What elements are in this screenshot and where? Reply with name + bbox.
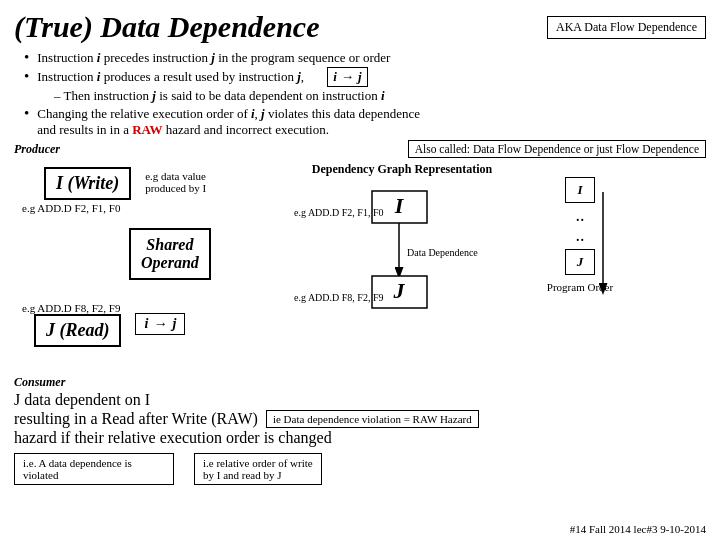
svg-text:e.g ADD.D F8, F2, F9: e.g ADD.D F8, F2, F9	[294, 292, 383, 303]
j-data-dep-text: J data dependent on I	[14, 391, 706, 409]
then-line: – Then instruction j is said to be data …	[54, 88, 706, 104]
eg-data-value-label: e.g data value produced by I	[145, 170, 206, 194]
diagram-area: I (Write) e.g ADD.D F2, F1, F0 e.g data …	[14, 162, 706, 372]
eg-label-2: e.g ADD.D F8, F2, F9	[22, 302, 121, 314]
shared-operand-box: Shared Operand	[69, 218, 284, 280]
consumer-section: Consumer J data dependent on I resulting…	[14, 374, 706, 447]
bullet-dot-2: •	[24, 69, 29, 84]
svg-text:J: J	[393, 278, 406, 303]
svg-text:I: I	[394, 193, 405, 218]
ij-arrow-box: i → j	[135, 313, 185, 335]
bullet-1: • Instruction i precedes instruction j i…	[24, 50, 706, 66]
bullet-3: • Changing the relative execution order …	[24, 106, 706, 138]
svg-text:e.g ADD.D F2, F1, F0: e.g ADD.D F2, F1, F0	[294, 207, 383, 218]
bullet-2-text: Instruction i produces a result used by …	[37, 67, 367, 87]
bullets-section: • Instruction i precedes instruction j i…	[24, 50, 706, 138]
dep-graph-svg: I Data Dependence J e.g ADD.D F2, F1, F0…	[292, 181, 512, 356]
bottom-box-1: i.e. A data dependence is violated	[14, 453, 174, 485]
dep-graph-title: Dependency Graph Representation	[292, 162, 512, 177]
j-read-row: e.g ADD.D F8, F2, F9 J (Read) i → j	[14, 284, 284, 347]
page: (True) Data Dependence AKA Data Flow Dep…	[0, 0, 720, 540]
also-called-box: Also called: Data Flow Dependence or jus…	[408, 140, 706, 158]
i-write-row: I (Write) e.g ADD.D F2, F1, F0 e.g data …	[14, 162, 284, 214]
prog-dots: ....	[575, 206, 584, 246]
header: (True) Data Dependence AKA Data Flow Dep…	[14, 10, 706, 44]
middle-diagram: Dependency Graph Representation I Data D…	[292, 162, 512, 372]
j-read-box: J (Read)	[34, 314, 121, 347]
hazard-line: hazard if their relative execution order…	[14, 429, 706, 447]
bottom-row: i.e. A data dependence is violated i.e r…	[14, 453, 706, 485]
raw-text: resulting in a Read after Write (RAW)	[14, 410, 258, 428]
also-called-bar: Producer Also called: Data Flow Dependen…	[14, 140, 706, 158]
footer: #14 Fall 2014 lec#3 9-10-2014	[570, 523, 706, 535]
raw-hazard-box: ie Data dependence violation = RAW Hazar…	[266, 410, 479, 428]
right-diagram: I .... J Program Order	[520, 162, 640, 372]
left-diagram: I (Write) e.g ADD.D F2, F1, F0 e.g data …	[14, 162, 284, 372]
bullet-2: • Instruction i produces a result used b…	[24, 67, 706, 87]
i-write-box: I (Write)	[44, 167, 131, 200]
aka-box: AKA Data Flow Dependence	[547, 16, 706, 39]
bullet-1-text: Instruction i precedes instruction j in …	[37, 50, 390, 66]
bullet-dot-1: •	[24, 50, 29, 65]
bullet-3-text: Changing the relative execution order of…	[37, 106, 420, 138]
svg-text:Data Dependence: Data Dependence	[407, 247, 478, 258]
main-title: (True) Data Dependence	[14, 10, 319, 44]
bullet-dot-3: •	[24, 106, 29, 121]
bottom-box-2: i.e relative order of write by I and rea…	[194, 453, 322, 485]
eg-label-1: e.g ADD.D F2, F1, F0	[22, 202, 131, 214]
raw-line: resulting in a Read after Write (RAW) ie…	[14, 410, 706, 428]
prog-order-j: J	[565, 249, 595, 275]
prog-order-arrow-svg	[593, 177, 633, 307]
producer-label: Producer	[14, 142, 60, 157]
i-j-arrow-inline: i → j	[327, 67, 367, 87]
prog-order-i: I	[565, 177, 595, 203]
consumer-label: Consumer	[14, 375, 65, 389]
